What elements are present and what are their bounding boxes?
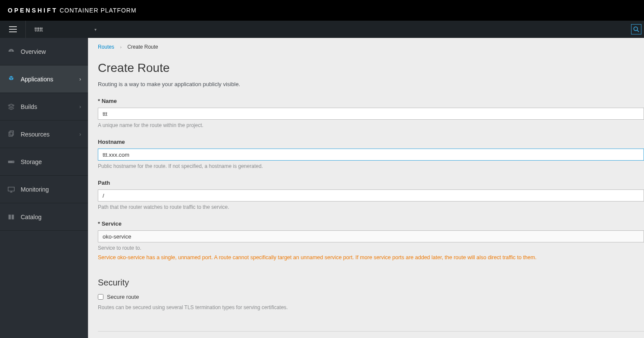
- sidebar-item-label: Applications: [21, 76, 53, 83]
- sidebar: Overview Applications › Builds › Resourc…: [0, 38, 88, 338]
- name-field: Name A unique name for the route within …: [98, 98, 644, 128]
- sidebar-item-label: Storage: [21, 158, 42, 165]
- chevron-right-icon: ›: [79, 131, 81, 137]
- name-input[interactable]: [98, 108, 644, 120]
- navbar: ttttt ▾: [0, 21, 644, 38]
- service-label: Service: [98, 220, 644, 227]
- sidebar-item-label: Resources: [21, 131, 50, 138]
- breadcrumb-current: Create Route: [127, 44, 158, 50]
- sidebar-item-catalog[interactable]: Catalog: [0, 203, 88, 231]
- svg-rect-5: [8, 187, 14, 191]
- path-field: Path Path that the router watches to rou…: [98, 180, 644, 210]
- project-name: ttttt: [34, 26, 43, 33]
- copy-icon: [7, 130, 16, 138]
- svg-point-4: [13, 161, 14, 162]
- project-selector[interactable]: ttttt ▾: [26, 26, 105, 33]
- sidebar-item-applications[interactable]: Applications ›: [0, 65, 88, 93]
- hdd-icon: [7, 158, 16, 166]
- hostname-input[interactable]: [98, 149, 644, 161]
- hamburger-icon: [9, 26, 17, 32]
- name-label: Name: [98, 98, 644, 104]
- svg-rect-1: [9, 132, 13, 136]
- sidebar-item-monitoring[interactable]: Monitoring: [0, 176, 88, 203]
- sidebar-item-label: Monitoring: [21, 186, 49, 193]
- path-input[interactable]: [98, 189, 644, 202]
- layers-icon: [7, 103, 16, 111]
- masthead: OPENSHIFT CONTAINER PLATFORM: [0, 0, 644, 21]
- hamburger-button[interactable]: [0, 21, 26, 38]
- breadcrumb: Routes › Create Route: [98, 44, 644, 50]
- divider: [98, 331, 644, 332]
- service-field: Service oko-service Service to route to.…: [98, 220, 644, 260]
- page-title: Create Route: [98, 61, 644, 75]
- svg-rect-2: [10, 130, 13, 135]
- sidebar-item-label: Builds: [21, 103, 37, 110]
- sidebar-item-label: Catalog: [21, 214, 41, 220]
- dashboard-icon: [7, 48, 16, 56]
- brand-light: CONTAINER PLATFORM: [59, 7, 137, 14]
- sidebar-item-overview[interactable]: Overview: [0, 38, 88, 65]
- hostname-help: Public hostname for the route. If not sp…: [98, 163, 644, 169]
- secure-route-label: Secure route: [107, 294, 139, 300]
- service-value: oko-service: [103, 233, 131, 240]
- search-icon: [633, 26, 639, 32]
- sidebar-item-storage[interactable]: Storage: [0, 148, 88, 176]
- service-select[interactable]: oko-service: [98, 230, 644, 242]
- breadcrumb-separator: ›: [120, 44, 122, 50]
- path-label: Path: [98, 180, 644, 186]
- hostname-label: Hostname: [98, 139, 644, 145]
- secure-route-checkbox[interactable]: [98, 294, 103, 300]
- chevron-right-icon: ›: [79, 104, 81, 110]
- service-warning: Service oko-service has a single, unname…: [98, 254, 644, 260]
- path-help: Path that the router watches to route tr…: [98, 204, 644, 210]
- brand-strong: OPENSHIFT: [8, 7, 58, 14]
- book-icon: [7, 213, 16, 221]
- sidebar-item-builds[interactable]: Builds ›: [0, 93, 88, 121]
- desktop-icon: [7, 186, 16, 193]
- service-help: Service to route to.: [98, 245, 644, 251]
- security-help: Routes can be secured using several TLS …: [98, 304, 644, 310]
- security-heading: Security: [98, 278, 644, 288]
- cubes-icon: [7, 75, 16, 83]
- search-button[interactable]: [631, 24, 641, 34]
- sidebar-item-resources[interactable]: Resources ›: [0, 121, 88, 148]
- content: Routes › Create Route Create Route Routi…: [88, 38, 644, 338]
- chevron-right-icon: ›: [79, 76, 81, 82]
- hostname-field: Hostname Public hostname for the route. …: [98, 139, 644, 169]
- name-help: A unique name for the route within the p…: [98, 122, 644, 128]
- sidebar-item-label: Overview: [21, 48, 46, 55]
- secure-route-row[interactable]: Secure route: [98, 294, 644, 300]
- chevron-down-icon: ▾: [94, 27, 97, 32]
- breadcrumb-parent[interactable]: Routes: [98, 44, 114, 50]
- page-lead: Routing is a way to make your applicatio…: [98, 81, 644, 87]
- svg-point-0: [634, 27, 638, 31]
